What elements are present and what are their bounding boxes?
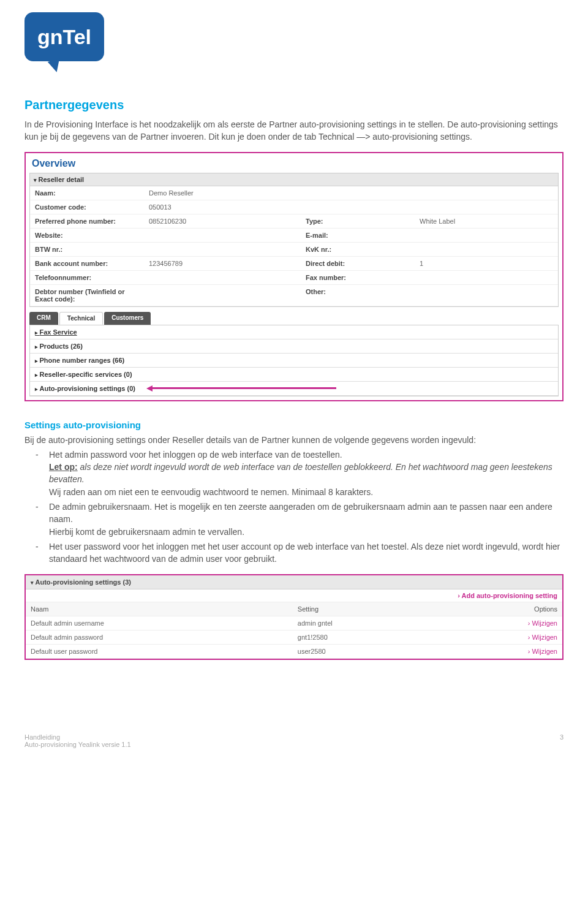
detail-row: Debtor number (Twinfield or Exact code):…	[30, 285, 558, 306]
detail-value: White Label	[415, 214, 558, 228]
detail-value: 123456789	[144, 257, 301, 270]
detail-label: Customer code:	[30, 200, 144, 214]
page-number: 3	[560, 733, 564, 748]
highlight-arrow	[146, 385, 336, 392]
detail-row: Customer code:050013	[30, 200, 558, 214]
collapsible-item[interactable]: Products (26)	[30, 339, 558, 354]
cell-setting: gnt1!2580	[293, 630, 436, 644]
detail-value	[415, 229, 558, 242]
wijzigen-link[interactable]: Wijzigen	[528, 634, 557, 641]
settings-subhead: Settings auto-provisioning	[24, 420, 564, 430]
detail-value: Demo Reseller	[144, 186, 301, 200]
detail-label: Other:	[301, 285, 415, 306]
detail-value	[415, 186, 558, 200]
cell-naam: Default admin username	[26, 616, 293, 630]
wijzigen-link[interactable]: Wijzigen	[528, 619, 557, 627]
detail-value	[415, 271, 558, 284]
col-options: Options	[436, 602, 562, 616]
tab-customers[interactable]: Customers	[104, 312, 151, 325]
cell-naam: Default user password	[26, 644, 293, 658]
detail-row: Naam:Demo Reseller	[30, 186, 558, 200]
detail-value: 0852106230	[144, 214, 301, 228]
col-naam: Naam	[26, 602, 293, 616]
page-title: Partnergegevens	[24, 98, 564, 112]
detail-label: Website:	[30, 229, 144, 242]
bullet-admin-username: De admin gebruikersnaam. Het is mogelijk…	[49, 501, 564, 538]
detail-label: E-mail:	[301, 229, 415, 242]
bullet-admin-password: Het admin password voor het inloggen op …	[49, 449, 564, 498]
detail-row: Telefoonnummer:Fax number:	[30, 271, 558, 285]
tab-crm[interactable]: CRM	[29, 312, 58, 325]
table-row: Default admin passwordgnt1!2580Wijzigen	[26, 630, 562, 644]
collapsible-list: Fax ServiceProducts (26)Phone number ran…	[29, 325, 559, 396]
detail-label: Direct debit:	[301, 257, 415, 270]
tab-bar: CRM Technical Customers	[29, 312, 559, 325]
overview-heading: Overview	[29, 157, 559, 173]
aps-header[interactable]: Auto-provisioning settings (3)	[31, 578, 131, 586]
aps-panel: Auto-provisioning settings (3) Add auto-…	[24, 574, 564, 660]
footer-line-1: Handleiding	[24, 733, 131, 741]
bullet-user-password: Het user password voor het inloggen met …	[49, 540, 564, 566]
detail-row: Website:E-mail:	[30, 229, 558, 243]
cell-options: Wijzigen	[436, 616, 562, 630]
collapsible-item[interactable]: Auto-provisioning settings (0)	[30, 382, 558, 396]
reseller-detail-box: Reseller detail Naam:Demo ResellerCustom…	[29, 173, 559, 307]
add-aps-link[interactable]: Add auto-provisioning setting	[458, 592, 557, 599]
col-setting: Setting	[293, 602, 436, 616]
detail-value	[415, 200, 558, 214]
settings-intro: Bij de auto-provisioning settings onder …	[24, 434, 564, 446]
collapsible-item[interactable]: Fax Service	[30, 325, 558, 339]
cell-naam: Default admin password	[26, 630, 293, 644]
detail-label: Fax number:	[301, 271, 415, 284]
detail-label: Telefoonnummer:	[30, 271, 144, 284]
table-row: Default user passworduser2580Wijzigen	[26, 644, 562, 658]
aps-table: Naam Setting Options Default admin usern…	[26, 602, 562, 659]
detail-value	[415, 243, 558, 256]
detail-label: Bank account number:	[30, 257, 144, 270]
detail-label: KvK nr.:	[301, 243, 415, 256]
reseller-detail-header[interactable]: Reseller detail	[30, 173, 558, 186]
detail-row: Bank account number:123456789Direct debi…	[30, 257, 558, 271]
collapsible-item[interactable]: Phone number ranges (66)	[30, 354, 558, 368]
collapsible-item[interactable]: Reseller-specific services (0)	[30, 368, 558, 382]
detail-label: Debtor number (Twinfield or Exact code):	[30, 285, 144, 306]
footer-line-2: Auto-provisioning Yealink versie 1.1	[24, 741, 131, 748]
detail-label: Naam:	[30, 186, 144, 200]
detail-value: 050013	[144, 200, 301, 214]
detail-label: Preferred phone number:	[30, 214, 144, 228]
overview-panel: Overview Reseller detail Naam:Demo Resel…	[24, 152, 564, 401]
table-row: Default admin usernameadmin gntelWijzige…	[26, 616, 562, 630]
tab-technical[interactable]: Technical	[59, 312, 103, 325]
cell-setting: user2580	[293, 644, 436, 658]
detail-value	[144, 229, 301, 242]
detail-row: Preferred phone number:0852106230Type:Wh…	[30, 214, 558, 229]
wijzigen-link[interactable]: Wijzigen	[528, 648, 557, 655]
logo-text: gnTel	[37, 25, 91, 49]
cell-setting: admin gntel	[293, 616, 436, 630]
detail-value	[144, 243, 301, 256]
detail-row: BTW nr.:KvK nr.:	[30, 243, 558, 257]
detail-label: Type:	[301, 214, 415, 228]
detail-value	[144, 285, 301, 306]
detail-label: BTW nr.:	[30, 243, 144, 256]
cell-options: Wijzigen	[436, 630, 562, 644]
brand-logo: gnTel	[24, 12, 104, 61]
detail-label	[301, 200, 415, 214]
detail-value: 1	[415, 257, 558, 270]
page-footer: Handleiding Auto-provisioning Yealink ve…	[24, 733, 564, 748]
cell-options: Wijzigen	[436, 644, 562, 658]
intro-paragraph: In de Provisioning Interface is het nood…	[24, 118, 564, 143]
detail-label	[301, 186, 415, 200]
detail-value	[415, 285, 558, 306]
detail-value	[144, 271, 301, 284]
